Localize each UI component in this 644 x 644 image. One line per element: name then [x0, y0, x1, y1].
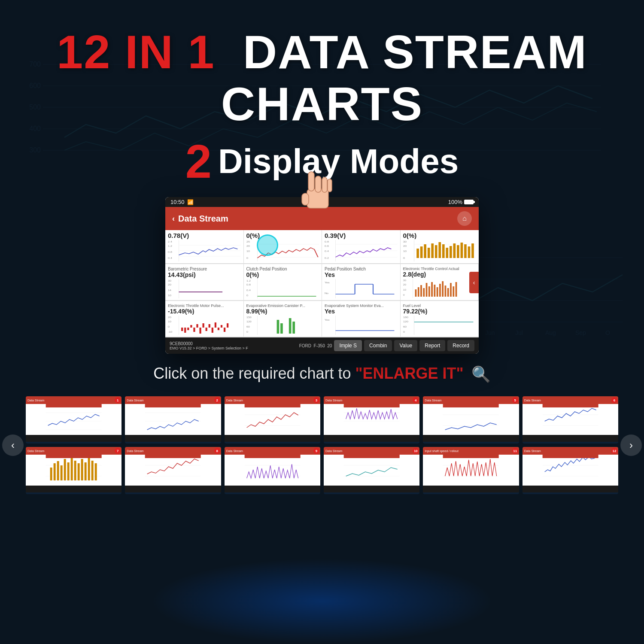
gallery-item-5[interactable]: Data Stream ✕ 5 — [423, 396, 519, 444]
data-cell-2-3[interactable]: Pedal Position Switch Yes Yes No — [322, 264, 401, 301]
title-white: DATA STREAM CHARTS — [221, 25, 587, 130]
svg-text:0: 0 — [246, 257, 249, 259]
data-cell-2-1[interactable]: Barometric Pressure 14.43(psi) 30 20 14 … — [165, 264, 244, 301]
cell-value2-2-4: 2.8(deg) — [403, 271, 468, 278]
gallery-footer-9 — [225, 486, 320, 492]
gallery-body-4 — [324, 404, 419, 435]
svg-text:-10: -10 — [168, 331, 173, 333]
data-cell-1-1[interactable]: 0.78(V) 2.4 1.2 0.8 0.4 — [165, 230, 244, 264]
battery-text: 100% — [448, 199, 462, 205]
display-modes: 2 Display Modes — [0, 134, 644, 188]
record-button[interactable]: Record — [447, 340, 474, 351]
cell-value-1-1: 0.78(V) — [168, 232, 241, 239]
gallery-body-8 — [125, 455, 221, 486]
data-cell-2-4[interactable]: Electronic Throttle Control Actual 2.8(d… — [401, 264, 479, 301]
gallery-body-6 — [522, 404, 618, 435]
svg-text:Yes: Yes — [325, 281, 330, 284]
gallery-item-6[interactable]: Data Stream ✕ 6 — [522, 396, 618, 444]
cell-chart-2-3: Yes No — [325, 279, 398, 298]
time-display: 10:50 — [170, 199, 185, 205]
svg-text:14: 14 — [168, 289, 172, 292]
gallery-next-button[interactable]: › — [620, 434, 642, 456]
report-button[interactable]: Report — [419, 340, 445, 351]
cell-chart-1-1: 2.4 1.2 0.8 0.4 — [168, 240, 241, 261]
svg-rect-197 — [95, 463, 97, 480]
svg-rect-194 — [85, 462, 87, 480]
gallery-item-10[interactable]: Data Stream ✕ 10 — [324, 447, 419, 494]
gallery-item-1[interactable]: Data Stream ✕ 1 — [26, 396, 122, 444]
data-cell-1-4[interactable]: 0(%) 30 20 10 0 — [401, 230, 479, 264]
cell-label-3-1: Electronic Throttle Motor Pulse... — [168, 304, 241, 308]
svg-rect-199 — [145, 455, 201, 486]
svg-text:120: 120 — [246, 320, 252, 323]
home-button[interactable]: ⌂ — [457, 211, 472, 226]
back-button[interactable]: ‹ — [172, 214, 175, 223]
imple-button[interactable]: Imple S — [334, 340, 362, 351]
svg-text:0: 0 — [403, 294, 404, 296]
gallery-header-11: Input shaft speed / rollout ✕ — [423, 447, 519, 455]
svg-rect-105 — [442, 281, 444, 297]
svg-text:10: 10 — [246, 250, 250, 252]
gallery-item-8[interactable]: Data Stream ✕ 8 — [125, 447, 221, 494]
svg-text:0.4: 0.4 — [325, 250, 329, 252]
gallery-prev-button[interactable]: ‹ — [2, 434, 24, 456]
svg-rect-66 — [460, 243, 463, 258]
cell-value-1-2: 0(%) — [246, 232, 319, 239]
svg-rect-62 — [446, 248, 448, 258]
value-button[interactable]: Value — [394, 340, 417, 351]
svg-rect-186 — [57, 461, 59, 480]
data-cell-3-2[interactable]: Evaporative Emission Canister P... 8.99(… — [244, 301, 322, 337]
gallery-item-3[interactable]: Data Stream ✕ 3 — [225, 396, 320, 444]
svg-rect-124 — [206, 328, 207, 331]
combin-button[interactable]: Combin — [364, 340, 392, 351]
svg-rect-69 — [471, 243, 474, 258]
svg-rect-106 — [444, 286, 446, 297]
gallery-item-4[interactable]: Data Stream ✕ 4 — [324, 396, 419, 444]
svg-rect-207 — [344, 455, 400, 486]
svg-rect-97 — [420, 285, 422, 297]
cell-chart-2-1: 30 20 14 10 — [168, 279, 241, 298]
svg-rect-210 — [344, 455, 400, 458]
gallery-body-7 — [26, 455, 122, 486]
gallery-item-11[interactable]: Input shaft speed / rollout ✕ 11 — [423, 447, 519, 494]
svg-rect-68 — [468, 246, 470, 258]
svg-text:120: 120 — [403, 320, 409, 323]
svg-text:60: 60 — [246, 325, 250, 328]
instruction-section: Click on the required chart to "ENLARGE … — [0, 365, 644, 383]
svg-text:0.6: 0.6 — [325, 245, 329, 247]
svg-rect-195 — [88, 457, 90, 480]
cell-label-2-4: Electronic Throttle Control Actual — [403, 267, 468, 271]
gallery-header-3: Data Stream ✕ — [225, 396, 320, 404]
data-cell-2-2[interactable]: Clutch Pedal Position 0(%) 1.2 0.8 0.4 0 — [244, 264, 322, 301]
data-row-1: 0.78(V) 2.4 1.2 0.8 0.4 — [165, 230, 479, 264]
data-cell-1-2[interactable]: 0(%) 25 20 10 0 — [244, 230, 322, 264]
svg-rect-101 — [431, 282, 433, 297]
gallery-item-9[interactable]: Data Stream ✕ 9 — [225, 447, 320, 494]
expand-button[interactable]: ‹ — [469, 272, 479, 293]
svg-rect-116 — [181, 328, 183, 331]
data-cell-3-3[interactable]: Evaporative System Monitor Eva... Yes Ye… — [322, 301, 401, 337]
svg-text:1.2: 1.2 — [246, 279, 251, 282]
cell-value-1-3: 0.39(V) — [325, 232, 398, 239]
data-cell-3-1[interactable]: Electronic Throttle Motor Pulse... -15.4… — [165, 301, 244, 337]
cell-value-1-4: 0(%) — [403, 232, 477, 239]
svg-rect-65 — [457, 245, 459, 258]
svg-rect-218 — [542, 455, 598, 458]
svg-text:1.2: 1.2 — [168, 245, 172, 247]
data-cell-3-4[interactable]: Fuel Level 79.22(%) 180 120 60 0 — [401, 301, 479, 337]
svg-text:O: O — [605, 329, 610, 336]
gallery-item-2[interactable]: Data Stream ✕ 2 — [125, 396, 221, 444]
data-cell-1-3[interactable]: 0.39(V) 0.8 0.6 0.4 0.2 — [322, 230, 401, 264]
svg-rect-189 — [67, 462, 70, 480]
svg-text:150: 150 — [246, 316, 252, 319]
gallery-footer-12 — [522, 486, 618, 492]
svg-rect-125 — [209, 324, 210, 328]
svg-rect-121 — [196, 324, 198, 328]
gallery-item-12[interactable]: Data Stream ✕ 12 — [522, 447, 618, 494]
wifi-icon: 📶 — [187, 199, 194, 205]
svg-rect-95 — [415, 289, 416, 297]
svg-text:0: 0 — [246, 331, 249, 333]
svg-rect-172 — [344, 404, 400, 407]
svg-text:No: No — [325, 292, 329, 295]
gallery-item-7[interactable]: Data Stream ✕ 7 — [26, 447, 122, 494]
